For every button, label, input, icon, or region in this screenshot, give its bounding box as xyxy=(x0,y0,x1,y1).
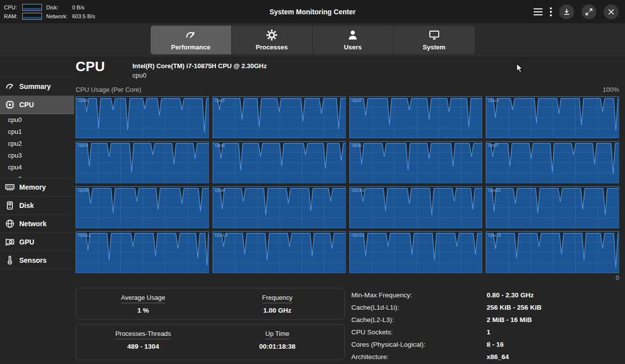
y-min-label: 0 xyxy=(616,275,619,282)
tab-performance[interactable]: Performance xyxy=(151,26,232,54)
download-button[interactable] xyxy=(559,4,574,19)
tab-label: System xyxy=(422,43,445,51)
info-label: Cache(L2-L3): xyxy=(351,316,487,324)
monitor-icon xyxy=(428,29,440,41)
processes-threads-value: 489 - 1304 xyxy=(76,343,210,350)
processes-uptime-box: Processes-Threads Up Time 489 - 1304 00:… xyxy=(76,324,345,360)
info-label: Min-Max Frequency: xyxy=(351,291,487,299)
header-disk-value: 0 B/s xyxy=(72,4,95,10)
disk-icon xyxy=(5,201,15,210)
sidebar-item-cpu[interactable]: CPU xyxy=(0,95,74,114)
sidebar-item-network[interactable]: Network xyxy=(0,214,74,233)
core-chart-cpu8: cpu8 xyxy=(76,186,209,228)
memory-icon xyxy=(5,182,15,192)
header-ram-label: RAM: xyxy=(4,13,18,19)
sidebar: Summary CPU cpu0 cpu1 cpu2 cpu3 cpu4 cpu… xyxy=(0,57,74,364)
core-label: cpu6 xyxy=(352,142,362,148)
sidebar-item-sensors[interactable]: Sensors xyxy=(0,251,74,269)
device-model: Intel(R) Core(TM) i7-10875H CPU @ 2.30GH… xyxy=(132,61,267,71)
core-label: cpu3 xyxy=(488,97,499,103)
core-chart-cpu11: cpu11 xyxy=(486,186,619,228)
core-chart-cpu10: cpu10 xyxy=(349,186,483,228)
main-content: CPU Intel(R) Core(TM) i7-10875H CPU @ 2.… xyxy=(74,57,625,364)
info-row: Cache(L1d-L1i): 256 KiB - 256 KiB xyxy=(351,301,621,314)
core-chart-cpu0: cpu0 xyxy=(76,96,209,138)
sidebar-item-label: Sensors xyxy=(19,256,46,264)
sidebar-subitem-cpu3[interactable]: cpu3 xyxy=(0,150,74,162)
tab-system[interactable]: System xyxy=(394,26,475,54)
header-network-value: 603.5 B/s xyxy=(72,13,95,19)
core-chart-cpu6: cpu6 xyxy=(349,141,483,183)
header-cpu-label: CPU: xyxy=(4,4,18,10)
core-chart-cpu13: cpu13 xyxy=(212,231,346,273)
kebab-menu-icon[interactable] xyxy=(550,7,552,16)
info-label: CPU Sockets: xyxy=(351,328,487,336)
sidebar-subitem-cpu2[interactable]: cpu2 xyxy=(0,138,74,150)
sidebar-subitem-cpu5[interactable]: cpu5 xyxy=(0,173,74,178)
fullscreen-button[interactable] xyxy=(582,4,596,19)
core-label: cpu9 xyxy=(215,187,225,193)
core-chart-cpu5: cpu5 xyxy=(212,141,346,183)
gauge-icon xyxy=(5,81,15,91)
core-label: cpu12 xyxy=(78,232,91,238)
info-row: Min-Max Frequency: 0.80 - 2.30 GHz xyxy=(351,289,621,301)
sidebar-item-label: Summary xyxy=(19,82,51,90)
core-chart-cpu2: cpu2 xyxy=(349,96,483,138)
cpu-core-sublist: cpu0 cpu1 cpu2 cpu3 cpu4 cpu5 xyxy=(0,114,74,178)
gear-icon xyxy=(266,29,278,41)
info-row: CPU Sockets: 1 xyxy=(351,326,621,338)
header-stats: CPU: Disk: 0 B/s RAM: Network: 603.5 B/s xyxy=(4,4,95,20)
sidebar-item-summary[interactable]: Summary xyxy=(0,77,74,95)
tab-users[interactable]: Users xyxy=(313,26,394,54)
device-name: cpu0 xyxy=(132,71,267,80)
sidebar-subitem-cpu1[interactable]: cpu1 xyxy=(0,126,74,138)
usage-header: CPU Usage (Per Core) 100% xyxy=(76,86,619,93)
info-value: x86_64 xyxy=(487,353,621,361)
core-chart-cpu15: cpu15 xyxy=(486,231,619,273)
tab-label: Users xyxy=(344,43,362,51)
info-row: Architecture: x86_64 xyxy=(351,351,621,363)
gauge-icon xyxy=(185,29,197,41)
sidebar-item-label: GPU xyxy=(19,238,34,246)
core-chart-cpu7: cpu7 xyxy=(486,141,619,183)
info-label: Cores (Physical-Logical): xyxy=(351,341,487,348)
core-label: cpu10 xyxy=(352,187,365,193)
core-label: cpu0 xyxy=(78,97,88,103)
cpu-chip-icon xyxy=(5,100,15,110)
core-label: cpu2 xyxy=(352,97,362,103)
info-value: 256 KiB - 256 KiB xyxy=(487,304,621,311)
hamburger-menu-icon[interactable] xyxy=(534,8,542,15)
frequency-value: 1.00 GHz xyxy=(210,307,345,314)
header-network-label: Network: xyxy=(46,13,68,19)
info-value: 8 - 16 xyxy=(487,341,621,348)
cpu-info-list: Min-Max Frequency: 0.80 - 2.30 GHz Cache… xyxy=(351,289,621,363)
sidebar-item-memory[interactable]: Memory xyxy=(0,178,74,196)
tab-band: Performance Processes Users System xyxy=(0,23,625,57)
info-value: 2 MiB - 16 MiB xyxy=(487,316,621,324)
tab-processes[interactable]: Processes xyxy=(232,26,313,54)
core-label: cpu5 xyxy=(215,142,225,148)
core-label: cpu8 xyxy=(78,187,88,193)
sidebar-subitem-cpu0[interactable]: cpu0 xyxy=(0,114,74,126)
info-label: Cache(L1d-L1i): xyxy=(351,304,487,311)
uptime-value: 00:01:18:38 xyxy=(210,343,345,350)
core-chart-cpu12: cpu12 xyxy=(76,231,209,273)
cpu-mini-graph xyxy=(22,4,42,11)
sidebar-item-label: Disk xyxy=(19,202,34,209)
sidebar-subitem-cpu4[interactable]: cpu4 xyxy=(0,162,74,173)
core-label: cpu1 xyxy=(215,97,225,103)
close-button[interactable] xyxy=(604,4,619,19)
sidebar-item-gpu[interactable]: GPU xyxy=(0,233,74,251)
sidebar-item-disk[interactable]: Disk xyxy=(0,196,74,214)
sidebar-item-label: Network xyxy=(19,220,46,228)
ram-mini-graph xyxy=(22,13,42,20)
core-grid: cpu0cpu1cpu2cpu3cpu4cpu5cpu6cpu7cpu8cpu9… xyxy=(76,96,619,273)
info-value: 1 xyxy=(487,328,621,336)
window-title: System Monitoring Center xyxy=(269,8,355,16)
core-label: cpu7 xyxy=(488,142,499,148)
user-icon xyxy=(347,29,359,41)
avg-usage-header: Average Usage xyxy=(76,294,210,301)
sidebar-item-label: CPU xyxy=(19,101,34,109)
tab-label: Processes xyxy=(255,43,288,51)
device-info: Intel(R) Core(TM) i7-10875H CPU @ 2.30GH… xyxy=(132,61,267,80)
